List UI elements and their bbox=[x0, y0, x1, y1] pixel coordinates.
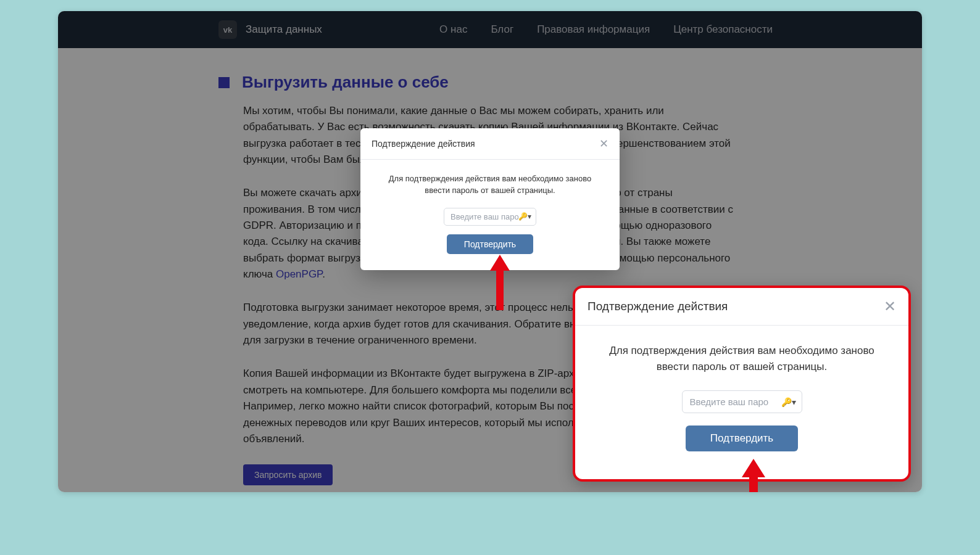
dialog-zoom-title: Подтверждение действия bbox=[588, 300, 728, 313]
page-title: Выгрузить данные о себе bbox=[242, 73, 449, 92]
svg-marker-1 bbox=[742, 459, 765, 492]
paragraph-2-tail: . bbox=[322, 268, 325, 280]
close-icon[interactable]: ✕ bbox=[599, 137, 608, 150]
request-archive-button[interactable]: Запросить архив bbox=[243, 464, 333, 485]
openpgp-link[interactable]: OpenPGP bbox=[276, 268, 322, 280]
confirm-button[interactable]: Подтвердить bbox=[447, 234, 533, 254]
dialog-message: Для подтверждения действия вам необходим… bbox=[376, 173, 604, 197]
brand-title: Защита данных bbox=[246, 23, 322, 36]
vk-logo-icon: vk bbox=[218, 20, 237, 39]
nav-blog[interactable]: Блог bbox=[491, 23, 513, 36]
key-icon: 🔑▾ bbox=[781, 397, 796, 407]
close-icon[interactable]: ✕ bbox=[884, 298, 896, 315]
confirm-dialog: Подтверждение действия ✕ Для подтвержден… bbox=[360, 128, 620, 270]
dialog-title: Подтверждение действия bbox=[372, 139, 475, 149]
svg-marker-0 bbox=[490, 255, 510, 310]
annotation-arrow-icon bbox=[488, 255, 512, 310]
confirm-dialog-zoom: Подтверждение действия ✕ Для подтвержден… bbox=[573, 286, 911, 482]
section-bullet-icon bbox=[218, 77, 230, 88]
dialog-zoom-message: Для подтверждения действия вам необходим… bbox=[596, 343, 887, 374]
nav-legal[interactable]: Правовая информация bbox=[537, 23, 650, 36]
annotation-arrow-icon bbox=[739, 459, 768, 492]
nav-links: О нас Блог Правовая информация Центр без… bbox=[439, 23, 773, 36]
top-navbar: vk Защита данных О нас Блог Правовая инф… bbox=[58, 11, 922, 48]
nav-security[interactable]: Центр безопасности bbox=[673, 23, 773, 36]
nav-about[interactable]: О нас bbox=[439, 23, 467, 36]
key-icon: 🔑▾ bbox=[518, 212, 531, 221]
confirm-button-zoom[interactable]: Подтвердить bbox=[686, 426, 798, 451]
